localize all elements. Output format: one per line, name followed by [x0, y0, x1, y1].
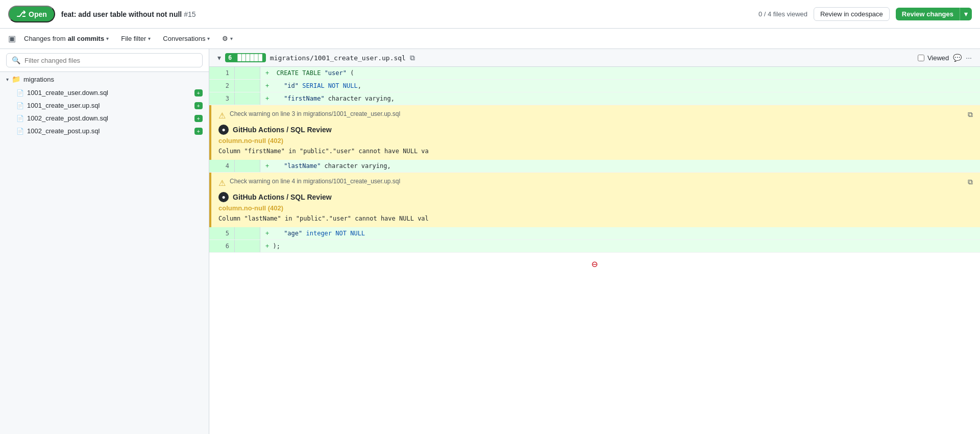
warning-desc: Column "lastName" in "public"."user" can… — [218, 215, 973, 222]
diff-line-row: 3 + "firstName" character varying, — [209, 92, 980, 105]
gear-icon: ⚙ — [222, 35, 228, 42]
folder-icon: 📁 — [12, 75, 20, 83]
line-number: 1 — [209, 67, 235, 79]
file-icon: 📄 — [16, 89, 24, 97]
main-layout: 🔍 ▾ 📁 migrations 📄 1001_create_user.down… — [0, 49, 980, 434]
toolbar: ▣ Changes from all commits ▾ File filter… — [0, 29, 980, 49]
add-badge: + — [194, 102, 203, 109]
warning-icon: ⚠ — [218, 111, 226, 120]
diff-filename: migrations/1001_create_user.up.sql — [270, 54, 406, 62]
merge-icon: ⎇ — [16, 9, 26, 19]
diff-line-row: 5 + "age" integer NOT NULL — [209, 227, 980, 240]
file-filter-button[interactable]: File filter ▾ — [117, 33, 155, 44]
diff-area: ▾ 6 ██████ migrations/1001_create_user.u… — [209, 49, 980, 434]
line-number-right — [235, 92, 260, 105]
more-icon[interactable]: ··· — [966, 54, 972, 62]
chevron-down-icon: ▾ — [148, 36, 151, 41]
line-number: 6 — [209, 240, 235, 252]
line-number-right — [235, 80, 260, 92]
close-icon-row: ⊖ — [209, 253, 980, 275]
list-item[interactable]: 📄 1002_create_post.up.sql + — [0, 125, 209, 137]
diff-line-row: 2 + "id" SERIAL NOT NULL, — [209, 80, 980, 92]
warning-title-row: ● GitHub Actions / SQL Review — [218, 192, 973, 202]
copy-icon[interactable]: ⧉ — [968, 178, 973, 186]
review-changes-button[interactable]: Review changes ▾ — [896, 8, 972, 20]
files-viewed: 0 / 4 files viewed — [758, 10, 807, 18]
line-number-right — [235, 227, 260, 239]
list-item[interactable]: 📄 1001_create_user.up.sql + — [0, 99, 209, 112]
diff-content: 1 + CREATE TABLE "user" ( 2 + "id" SERIA… — [209, 67, 980, 275]
diff-line-row: 1 + CREATE TABLE "user" ( — [209, 67, 980, 80]
viewed-checkbox[interactable]: Viewed — [918, 54, 949, 62]
line-number: 5 — [209, 227, 235, 239]
warning-block-2: ⚠ Check warning on line 4 in migrations/… — [209, 173, 980, 227]
list-item[interactable]: 📄 1002_create_post.down.sql + — [0, 112, 209, 125]
warning-link[interactable]: column.no-null (402) — [218, 204, 973, 212]
line-number: 2 — [209, 80, 235, 92]
review-changes-arrow[interactable]: ▾ — [960, 8, 972, 20]
file-name: 1002_create_post.down.sql — [27, 114, 108, 122]
search-bar: 🔍 — [0, 49, 209, 72]
warning-header: ⚠ Check warning on line 4 in migrations/… — [218, 178, 973, 188]
search-input[interactable] — [24, 57, 197, 64]
github-actions-icon: ● — [218, 192, 229, 202]
warning-link[interactable]: column.no-null (402) — [218, 137, 973, 144]
close-icon[interactable]: ⊖ — [592, 258, 598, 270]
folder-name: migrations — [23, 76, 54, 83]
line-content: + ); — [260, 240, 980, 252]
diff-line-row: 6 + ); — [209, 240, 980, 253]
search-input-wrap: 🔍 — [6, 53, 203, 67]
top-bar: ⎇ Open feat: add user table without not … — [0, 0, 980, 29]
line-content: + "age" integer NOT NULL — [260, 227, 980, 239]
comment-icon[interactable]: 💬 — [953, 54, 962, 62]
pr-title: feat: add user table without not null #1… — [61, 10, 196, 18]
review-codespace-button[interactable]: Review in codespace — [814, 7, 890, 21]
open-label: Open — [29, 10, 47, 18]
sidebar-toggle-icon[interactable]: ▣ — [8, 34, 16, 43]
warning-block-1: ⚠ Check warning on line 3 in migrations/… — [209, 105, 980, 160]
warning-header: ⚠ Check warning on line 3 in migrations/… — [218, 110, 973, 120]
viewed-checkbox-input[interactable] — [918, 55, 924, 61]
line-content: + CREATE TABLE "user" ( — [260, 67, 980, 79]
add-badge: + — [194, 115, 203, 122]
chevron-down-icon: ▾ — [106, 36, 109, 41]
github-actions-icon: ● — [218, 125, 229, 135]
conversations-button[interactable]: Conversations ▾ — [159, 33, 214, 44]
line-content: + "id" SERIAL NOT NULL, — [260, 80, 980, 92]
warning-desc: Column "firstName" in "public"."user" ca… — [218, 148, 973, 155]
list-item[interactable]: 📄 1001_create_user.down.sql + — [0, 86, 209, 99]
collapse-button[interactable]: ▾ — [217, 54, 221, 62]
line-number-right — [235, 240, 260, 252]
chevron-down-icon: ▾ — [6, 77, 9, 82]
search-icon: 🔍 — [12, 56, 20, 64]
diff-file-header: ▾ 6 ██████ migrations/1001_create_user.u… — [209, 49, 980, 67]
changes-from-button[interactable]: Changes from all commits ▾ — [20, 33, 113, 44]
open-badge[interactable]: ⎇ Open — [8, 6, 55, 22]
warning-title-row: ● GitHub Actions / SQL Review — [218, 125, 973, 135]
file-name: 1002_create_post.up.sql — [27, 127, 100, 135]
file-icon: 📄 — [16, 115, 24, 122]
line-number: 3 — [209, 92, 235, 105]
line-number-right — [235, 67, 260, 79]
diff-count-badge: 6 ██████ — [225, 53, 266, 62]
diff-line-row: 4 + "lastName" character varying, — [209, 160, 980, 173]
settings-button[interactable]: ⚙ ▾ — [218, 33, 237, 44]
folder-row[interactable]: ▾ 📁 migrations — [0, 72, 209, 86]
chevron-down-icon: ▾ — [230, 36, 233, 41]
add-badge: + — [194, 89, 203, 97]
line-number-right — [235, 160, 260, 172]
line-number: 4 — [209, 160, 235, 172]
warning-icon: ⚠ — [218, 178, 226, 188]
line-content: + "firstName" character varying, — [260, 92, 980, 105]
file-sidebar: 🔍 ▾ 📁 migrations 📄 1001_create_user.down… — [0, 49, 209, 434]
line-content: + "lastName" character varying, — [260, 160, 980, 172]
file-icon: 📄 — [16, 128, 24, 135]
copy-icon[interactable]: ⧉ — [968, 110, 973, 119]
chevron-down-icon: ▾ — [207, 36, 210, 41]
copy-icon[interactable]: ⧉ — [410, 54, 415, 62]
add-badge: + — [194, 128, 203, 135]
file-name: 1001_create_user.down.sql — [27, 89, 108, 97]
file-name: 1001_create_user.up.sql — [27, 102, 100, 109]
file-icon: 📄 — [16, 102, 24, 109]
